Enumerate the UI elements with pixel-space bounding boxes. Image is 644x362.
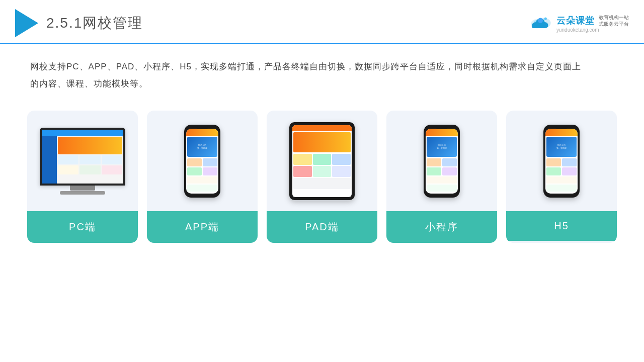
phone-top-bar-h5 bbox=[545, 129, 578, 136]
pc-screen-content bbox=[42, 130, 123, 184]
card-pad: PAD端 bbox=[267, 111, 377, 243]
phone-top-bar-mini bbox=[426, 129, 458, 136]
pc-card-5 bbox=[79, 165, 100, 174]
phone-row-1-h5 bbox=[546, 158, 577, 166]
card-mini: 职达人的第一堂网课 bbox=[386, 111, 497, 243]
tablet-row-2 bbox=[293, 166, 351, 177]
brand-tagline-1: 教育机构一站 bbox=[599, 14, 629, 21]
card-mini-image: 职达人的第一堂网课 bbox=[386, 111, 497, 211]
phone-mini-3 bbox=[187, 167, 202, 175]
phone-outer-h5: 职达人的第一堂网课 bbox=[543, 125, 580, 198]
pc-grid bbox=[58, 155, 122, 174]
pc-card-4 bbox=[58, 165, 78, 174]
phone-screen-h5: 职达人的第一堂网课 bbox=[545, 129, 578, 194]
phone-row-2-h5 bbox=[546, 167, 577, 175]
brand-text: 云朵课堂 教育机构一站 式服务云平台 yunduoketang.com bbox=[556, 14, 629, 33]
title-main: 网校管理 bbox=[83, 15, 143, 31]
phone-notch-app bbox=[196, 126, 208, 129]
header-left: 2.5.1网校管理 bbox=[15, 9, 143, 37]
tablet-card-6 bbox=[332, 166, 351, 177]
h5-card-3 bbox=[546, 167, 561, 175]
header: 2.5.1网校管理 云朵课堂 教育机构一站 式服务云平台 bbox=[0, 0, 644, 44]
svg-point-4 bbox=[534, 20, 536, 22]
phone-row-2-mini bbox=[427, 167, 457, 175]
description-text: 网校支持PC、APP、PAD、小程序、H5，实现多端打通，产品各终端自由切换，数… bbox=[30, 58, 584, 93]
card-app: 职达人的第一堂网课 bbox=[147, 111, 258, 243]
brand-logo: 云朵课堂 教育机构一站 式服务云平台 yunduoketang.com bbox=[528, 14, 629, 33]
card-pc-label: PC端 bbox=[27, 211, 138, 243]
phone-mini-2 bbox=[203, 158, 217, 166]
mini-card-4 bbox=[442, 167, 457, 175]
tablet-outer-pad bbox=[289, 122, 355, 200]
card-h5-image: 职达人的第一堂网课 bbox=[506, 111, 617, 211]
pc-topbar bbox=[42, 130, 123, 136]
cloud-icon bbox=[528, 14, 552, 30]
tablet-row-3 bbox=[293, 178, 351, 189]
main-content: 网校支持PC、APP、PAD、小程序、H5，实现多端打通，产品各终端自由切换，数… bbox=[0, 44, 644, 253]
pc-card-1 bbox=[58, 155, 78, 164]
pc-screen-outer bbox=[40, 128, 125, 186]
phone-screen-mini: 职达人的第一堂网课 bbox=[426, 129, 458, 194]
phone-list-item-2 bbox=[187, 185, 217, 192]
phone-row-1-app bbox=[187, 158, 217, 166]
phone-mini-4 bbox=[203, 167, 217, 175]
mini-card-3 bbox=[427, 167, 441, 175]
phone-notch-h5 bbox=[555, 126, 568, 129]
h5-card-2 bbox=[562, 158, 577, 166]
h5-card-1 bbox=[546, 158, 561, 166]
pad-tablet-mockup bbox=[289, 122, 355, 200]
app-phone-mockup: 职达人的第一堂网课 bbox=[184, 125, 220, 198]
brand-url: yunduoketang.com bbox=[556, 27, 629, 33]
phone-content-app: 职达人的第一堂网课 bbox=[186, 136, 218, 193]
pc-hero-banner bbox=[58, 137, 122, 154]
phone-row-2-app bbox=[187, 167, 217, 175]
tablet-card-3 bbox=[332, 154, 351, 165]
h5-phone-mockup: 职达人的第一堂网课 bbox=[543, 125, 580, 198]
mini-list-2 bbox=[427, 185, 457, 192]
tablet-card-5 bbox=[313, 166, 332, 177]
tablet-card-4 bbox=[293, 166, 312, 177]
pc-stand bbox=[70, 186, 95, 191]
pc-sidebar bbox=[42, 136, 57, 184]
card-h5: 职达人的第一堂网课 bbox=[506, 111, 617, 243]
logo-triangle-icon bbox=[15, 9, 38, 37]
pc-card-3 bbox=[102, 155, 122, 164]
tablet-screen-pad bbox=[292, 125, 352, 197]
phone-top-bar-app bbox=[186, 129, 218, 136]
brand-row1: 云朵课堂 教育机构一站 式服务云平台 bbox=[556, 14, 629, 27]
card-pc: PC端 bbox=[27, 111, 138, 243]
phone-banner-app: 职达人的第一堂网课 bbox=[187, 137, 217, 157]
card-mini-label: 小程序 bbox=[386, 211, 497, 243]
svg-point-3 bbox=[544, 17, 547, 20]
pc-card-6 bbox=[102, 165, 122, 174]
card-app-image: 职达人的第一堂网课 bbox=[147, 111, 258, 211]
phone-mini-1 bbox=[187, 158, 202, 166]
card-pad-label: PAD端 bbox=[267, 211, 377, 243]
tablet-card-1 bbox=[293, 154, 312, 165]
phone-notch-mini bbox=[436, 126, 448, 129]
h5-list-1 bbox=[546, 176, 577, 184]
mini-card-2 bbox=[442, 158, 457, 166]
pc-device-mockup bbox=[40, 128, 125, 195]
phone-content-mini: 职达人的第一堂网课 bbox=[426, 136, 458, 193]
card-app-label: APP端 bbox=[147, 211, 258, 243]
pc-base bbox=[60, 191, 105, 195]
phone-content-h5: 职达人的第一堂网课 bbox=[545, 136, 578, 193]
tablet-topbar-pad bbox=[292, 125, 352, 131]
phone-outer-app: 职达人的第一堂网课 bbox=[184, 125, 220, 198]
h5-list-2 bbox=[546, 185, 577, 192]
phone-outer-mini: 职达人的第一堂网课 bbox=[424, 125, 460, 198]
phone-banner-mini: 职达人的第一堂网课 bbox=[427, 137, 457, 157]
mini-list-1 bbox=[427, 176, 457, 184]
card-pad-image bbox=[267, 111, 377, 211]
pc-body bbox=[42, 136, 123, 184]
h5-card-4 bbox=[562, 167, 577, 175]
phone-list-item-1 bbox=[187, 176, 217, 184]
mini-card-1 bbox=[427, 158, 441, 166]
tablet-hero-pad bbox=[293, 132, 351, 152]
phone-banner-h5: 职达人的第一堂网课 bbox=[546, 137, 577, 157]
brand-tagline-2: 式服务云平台 bbox=[599, 21, 629, 27]
cards-container: PC端 职达人的第一堂网课 bbox=[30, 111, 614, 243]
phone-screen-app: 职达人的第一堂网课 bbox=[186, 129, 218, 194]
card-h5-label: H5 bbox=[506, 211, 617, 241]
